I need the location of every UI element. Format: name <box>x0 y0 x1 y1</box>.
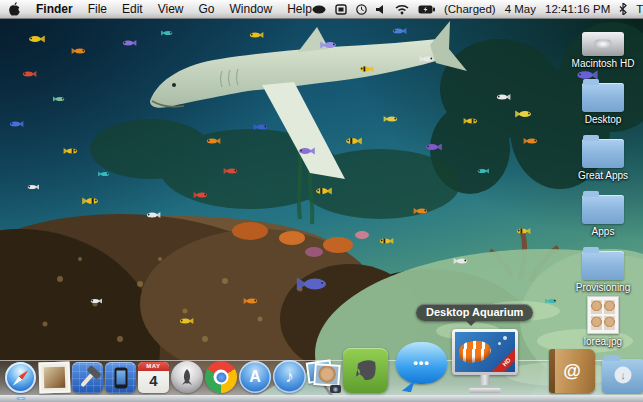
messages-dots: ••• <box>396 342 447 384</box>
photo-booth-icon <box>307 359 341 393</box>
app-store-icon: A <box>239 361 271 393</box>
photo-file-icon <box>587 296 619 334</box>
dock-item-address-book[interactable]: @ <box>549 349 595 393</box>
portrait-thumbnail <box>591 316 602 330</box>
menu-date[interactable]: 4 May <box>505 3 536 15</box>
calendar-icon: MAY 4 <box>138 362 169 393</box>
calendar-month: MAY <box>138 362 169 371</box>
folder-icon <box>582 83 624 112</box>
calendar-day: 4 <box>138 371 169 391</box>
desktop-icon-macintosh-hd[interactable]: Macintosh HD <box>566 22 640 69</box>
volume-icon[interactable] <box>376 4 386 15</box>
folder-icon <box>582 251 624 280</box>
menu-time[interactable]: 12:41:16 PM <box>545 3 610 15</box>
address-book-icon: @ <box>549 349 595 393</box>
running-indicator <box>16 397 25 400</box>
apple-menu-icon[interactable] <box>8 2 21 17</box>
bluetooth-icon[interactable] <box>619 3 627 15</box>
desktop-icon-label: Desktop <box>566 114 640 125</box>
clownfish-icon <box>458 339 493 364</box>
xcode-hammer-icon <box>72 362 103 393</box>
desktop-icon-label: lorea.jpg <box>566 336 640 347</box>
dock-item-photo-booth[interactable] <box>307 359 341 393</box>
dock-item-desktop-aquarium[interactable]: HD <box>452 329 518 393</box>
menu-go[interactable]: Go <box>199 2 215 16</box>
dock-item-calendar[interactable]: MAY 4 <box>138 362 169 393</box>
download-arrow-icon: ↓ <box>615 367 632 384</box>
evernote-elephant-icon <box>343 348 388 393</box>
dock-item-ios-simulator[interactable] <box>105 362 136 393</box>
dock-item-mail[interactable] <box>39 362 70 393</box>
dock-item-itunes[interactable]: ♪ <box>273 360 306 393</box>
time-machine-icon[interactable] <box>356 4 367 15</box>
folder-icon <box>582 195 624 224</box>
dock-item-launchpad[interactable] <box>171 361 203 393</box>
desktop-icon-apps[interactable]: Apps <box>566 190 640 237</box>
portrait-thumbnail <box>604 300 615 314</box>
dock-item-xcode[interactable] <box>72 362 103 393</box>
battery-icon[interactable] <box>418 5 435 14</box>
desktop-icon-label: Apps <box>566 226 640 237</box>
dock-tooltip: Desktop Aquarium <box>416 304 533 321</box>
battery-status-text[interactable]: (Charged) <box>444 3 496 15</box>
simulator-iphone-icon <box>105 362 136 393</box>
desktop-icon-great-apps[interactable]: Great Apps <box>566 134 640 181</box>
chrome-icon <box>205 361 237 393</box>
aquarium-wallpaper <box>0 19 643 402</box>
mail-stamp-icon <box>38 361 70 393</box>
safari-compass-icon <box>5 362 36 393</box>
menu-window[interactable]: Window <box>230 2 273 16</box>
user-switch-menu[interactable]: Tibi <box>636 3 643 15</box>
menu-view[interactable]: View <box>158 2 184 16</box>
menu-bar: Finder File Edit View Go Window Help (Ch… <box>0 0 643 19</box>
dock-item-messages[interactable]: ••• <box>396 342 447 393</box>
portrait-thumbnail <box>604 316 615 330</box>
dock-item-safari[interactable] <box>5 362 36 393</box>
folder-icon <box>582 139 624 168</box>
menu-help[interactable]: Help <box>287 2 312 16</box>
itunes-note-icon: ♪ <box>273 360 306 393</box>
desktop-icon-label: Provisioning <box>566 282 640 293</box>
desktop-icon-desktop-folder[interactable]: Desktop <box>566 78 640 125</box>
display-status-icon[interactable] <box>335 4 347 15</box>
hd-ribbon: HD <box>492 347 515 372</box>
oval-status-icon[interactable] <box>312 5 326 14</box>
dock-item-downloads-folder[interactable]: ↓ <box>602 359 643 393</box>
desktop-screen: Finder File Edit View Go Window Help (Ch… <box>0 0 643 402</box>
menu-finder[interactable]: Finder <box>36 2 73 16</box>
messages-bubble-icon: ••• <box>396 342 447 393</box>
wifi-icon[interactable] <box>395 4 409 15</box>
rocket-icon <box>171 361 203 393</box>
hard-drive-icon <box>582 32 624 56</box>
menu-edit[interactable]: Edit <box>122 2 143 16</box>
camera-icon <box>330 385 341 393</box>
dock-item-evernote[interactable] <box>343 348 388 393</box>
menu-file[interactable]: File <box>88 2 107 16</box>
dock-item-chrome[interactable] <box>205 361 237 393</box>
downloads-folder-icon: ↓ <box>602 359 643 393</box>
aquarium-monitor-icon: HD <box>452 329 518 393</box>
desktop-icon-label: Great Apps <box>566 170 640 181</box>
desktop-icon-lorea-jpg[interactable]: lorea.jpg <box>566 300 640 347</box>
dock-item-app-store[interactable]: A <box>239 361 271 393</box>
desktop-icon-label: Macintosh HD <box>566 58 640 69</box>
desktop-icon-provisioning[interactable]: Provisioning <box>566 246 640 293</box>
portrait-thumbnail <box>591 300 602 314</box>
